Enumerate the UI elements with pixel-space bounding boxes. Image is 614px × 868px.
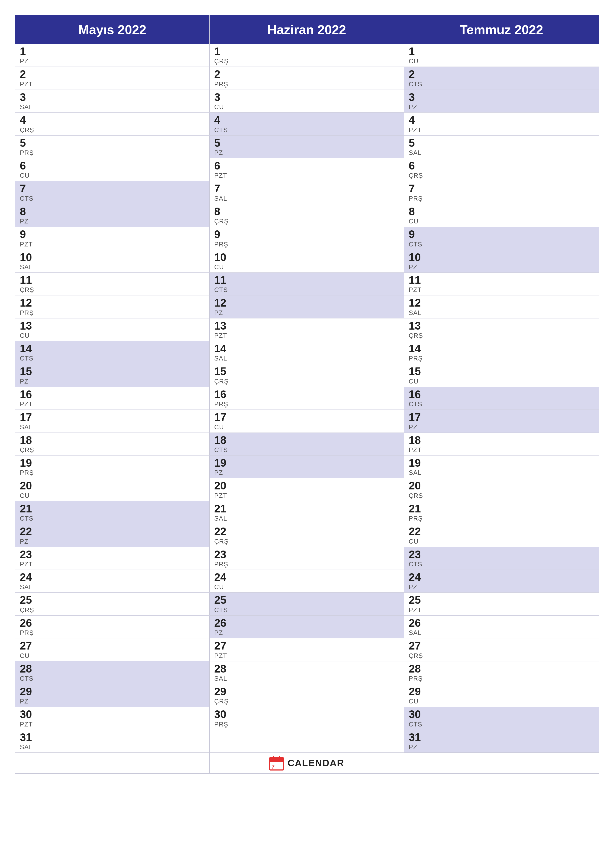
day-number: 2 — [20, 68, 205, 80]
day-name: CTS — [20, 195, 205, 202]
day-name: SAL — [409, 469, 594, 477]
day-number: 25 — [409, 594, 594, 606]
day-number: 22 — [20, 525, 205, 538]
day-number: 14 — [409, 343, 594, 355]
day-name: PRŞ — [214, 81, 399, 88]
day-row-22: 22PZ22ÇRŞ22CU — [16, 524, 598, 547]
day-name: SAL — [214, 195, 399, 202]
day-name: PRŞ — [409, 515, 594, 522]
day-name: PZT — [20, 560, 205, 568]
day-cell: 2PRŞ — [210, 67, 404, 89]
day-number: 11 — [20, 274, 205, 286]
month-header-may: Mayıs 2022 — [16, 16, 210, 44]
day-cell: 15ÇRŞ — [210, 364, 404, 386]
day-name: PRŞ — [214, 240, 399, 248]
day-name: CU — [20, 172, 205, 180]
day-cell: 28PRŞ — [404, 661, 598, 684]
day-cell: 25ÇRŞ — [16, 593, 210, 615]
day-row-17: 17SAL17CU17PZ — [16, 410, 598, 432]
day-number: 27 — [20, 640, 205, 652]
day-cell: 15PZ — [16, 364, 210, 386]
day-number: 17 — [20, 411, 205, 423]
day-name: PZ — [20, 217, 205, 225]
day-cell: 3CU — [210, 90, 404, 112]
day-name: SAL — [20, 263, 205, 271]
day-cell: 11CTS — [210, 273, 404, 295]
day-cell: 11PZT — [404, 273, 598, 295]
day-number: 10 — [409, 251, 594, 263]
day-name: ÇRŞ — [214, 217, 399, 225]
day-row-5: 5PRŞ5PZ5SAL — [16, 136, 598, 158]
day-number: 23 — [409, 549, 594, 560]
day-cell: 2CTS — [404, 67, 598, 89]
day-name: PZ — [20, 538, 205, 546]
day-cell: 17CU — [210, 410, 404, 432]
day-row-24: 24SAL24CU24PZ — [16, 570, 598, 593]
day-number: 1 — [214, 45, 399, 57]
day-row-31: 31SAL31PZ — [16, 730, 598, 752]
day-number: 21 — [20, 503, 205, 515]
day-row-4: 4ÇRŞ4CTS4PZT — [16, 113, 598, 135]
day-row-6: 6CU6PZT6ÇRŞ — [16, 158, 598, 181]
day-row-27: 27CU27PZT27ÇRŞ — [16, 639, 598, 661]
day-name: PRŞ — [214, 400, 399, 408]
day-number: 3 — [409, 91, 594, 103]
day-row-2: 2PZT2PRŞ2CTS — [16, 67, 598, 90]
day-row-18: 18ÇRŞ18CTS18PZT — [16, 433, 598, 456]
day-name: SAL — [214, 355, 399, 362]
day-number: 31 — [20, 732, 205, 743]
day-row-14: 14CTS14SAL14PRŞ — [16, 341, 598, 364]
day-name: CU — [409, 538, 594, 546]
day-cell: 30PRŞ — [210, 707, 404, 729]
day-cell: 14PRŞ — [404, 341, 598, 364]
day-name: CTS — [214, 446, 399, 454]
day-number: 26 — [20, 617, 205, 629]
day-cell: 10SAL — [16, 250, 210, 273]
day-number: 17 — [409, 411, 594, 423]
day-cell: 24PZ — [404, 570, 598, 592]
day-name: PZT — [409, 446, 594, 454]
day-name: PZ — [409, 743, 594, 751]
day-number: 3 — [20, 91, 205, 103]
day-number: 8 — [214, 206, 399, 217]
day-row-28: 28CTS28SAL28PRŞ — [16, 661, 598, 684]
day-number: 13 — [214, 320, 399, 332]
day-number: 5 — [409, 137, 594, 149]
day-number: 16 — [20, 389, 205, 400]
day-cell: 22PZ — [16, 524, 210, 547]
day-number: 15 — [20, 366, 205, 377]
day-name: CU — [214, 263, 399, 271]
day-number: 13 — [20, 320, 205, 332]
day-number: 2 — [409, 68, 594, 80]
day-cell: 8PZ — [16, 204, 210, 227]
day-row-26: 26PRŞ26PZ26SAL — [16, 615, 598, 639]
day-cell: 30CTS — [404, 707, 598, 729]
day-cell: 22CU — [404, 524, 598, 547]
day-cell: 1ÇRŞ — [210, 44, 404, 67]
day-cell: 26PZ — [210, 615, 404, 638]
day-number: 8 — [20, 206, 205, 217]
day-name: PZT — [20, 240, 205, 248]
day-number: 4 — [409, 114, 594, 126]
day-number: 26 — [409, 617, 594, 629]
day-name: PZT — [214, 332, 399, 339]
day-number: 21 — [214, 503, 399, 515]
day-cell: 7PRŞ — [404, 181, 598, 204]
day-name: PZ — [214, 629, 399, 637]
day-number: 20 — [20, 480, 205, 491]
day-cell: 29PZ — [16, 684, 210, 707]
day-name: CU — [20, 652, 205, 660]
day-number: 31 — [409, 732, 594, 743]
day-number: 14 — [214, 343, 399, 355]
day-number: 15 — [214, 366, 399, 377]
day-number: 15 — [409, 366, 594, 377]
day-number: 10 — [20, 251, 205, 263]
day-number: 14 — [20, 343, 205, 355]
day-cell: 16PRŞ — [210, 387, 404, 409]
day-cell — [210, 730, 404, 752]
day-number: 27 — [409, 640, 594, 652]
day-row-19: 19PRŞ19PZ19SAL — [16, 456, 598, 478]
day-cell: 14CTS — [16, 341, 210, 364]
day-row-25: 25ÇRŞ25CTS25PZT — [16, 593, 598, 615]
day-name: CU — [214, 423, 399, 431]
